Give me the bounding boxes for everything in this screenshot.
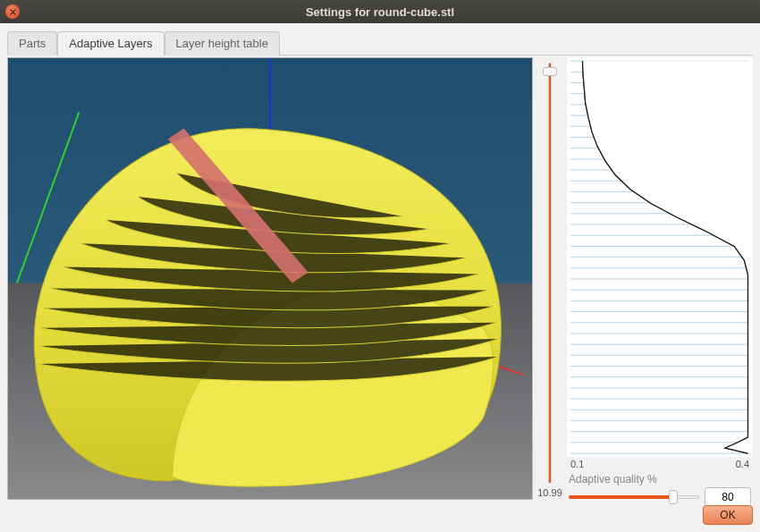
3d-scene	[8, 58, 532, 499]
vertical-z-slider-track[interactable]	[548, 63, 552, 484]
adaptive-quality-label: Adaptive quality %	[567, 469, 753, 487]
3d-viewport[interactable]	[7, 57, 533, 500]
tab-parts[interactable]: Parts	[7, 31, 57, 55]
ok-button[interactable]: OK	[703, 505, 753, 525]
vertical-z-slider-thumb[interactable]	[543, 67, 557, 76]
vertical-z-slider-fill	[549, 63, 551, 483]
vertical-z-slider: 10.99	[538, 57, 562, 500]
close-button[interactable]	[5, 4, 20, 19]
content: Parts Adaptive Layers Layer height table	[0, 23, 760, 532]
titlebar: Settings for round-cube.stl	[0, 0, 760, 23]
tabbar: Parts Adaptive Layers Layer height table	[7, 30, 753, 55]
chart-x-min: 0.1	[570, 459, 584, 469]
adaptive-quality-thumb[interactable]	[669, 490, 678, 504]
adaptive-quality-slider[interactable]	[569, 495, 699, 499]
layer-height-chart	[567, 57, 753, 457]
chart-x-axis: 0.1 0.4	[567, 457, 753, 469]
vertical-z-value: 10.99	[537, 487, 562, 498]
tab-layer-height-table[interactable]: Layer height table	[165, 31, 280, 55]
adaptive-quality-fill	[569, 495, 673, 499]
window-title: Settings for round-cube.stl	[306, 5, 454, 19]
chart-x-max: 0.4	[736, 459, 749, 469]
tab-adaptive-layers[interactable]: Adaptive Layers	[57, 31, 164, 55]
footer: OK	[7, 500, 753, 525]
close-icon	[10, 9, 16, 15]
main-row: 10.99 0.1 0.4 Adaptive quality %	[7, 57, 753, 500]
right-panel: 0.1 0.4 Adaptive quality %	[567, 57, 753, 500]
